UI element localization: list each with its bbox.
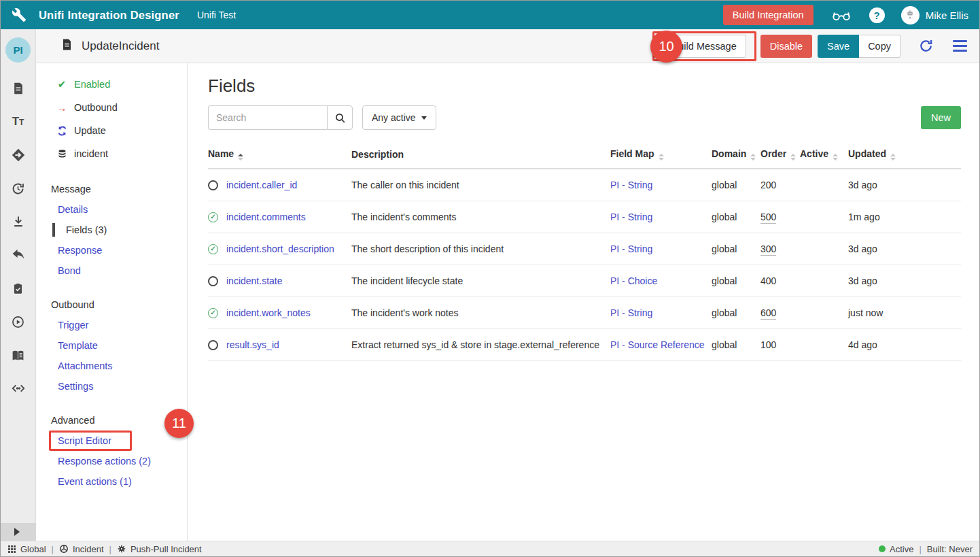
nav-item-event-actions[interactable]: Event actions (1) [36, 471, 187, 492]
field-map-link[interactable]: PI - String [610, 243, 652, 254]
field-map-link[interactable]: PI - Source Reference [610, 339, 705, 350]
copy-button[interactable]: Copy [859, 35, 900, 58]
table-row: incident.caller_id The caller on this in… [208, 169, 961, 201]
build-integration-button[interactable]: Build Integration [723, 5, 813, 25]
nav-item-settings[interactable]: Settings [36, 376, 187, 396]
sort-icon [238, 154, 243, 161]
new-field-button[interactable]: New [921, 106, 961, 129]
document-icon[interactable] [10, 80, 27, 97]
column-header-name[interactable]: Name [208, 148, 351, 161]
column-header-field-map[interactable]: Field Map [610, 148, 712, 161]
built-status-label: Built: Never [927, 544, 973, 554]
column-header-updated[interactable]: Updated [848, 148, 961, 161]
field-updated: 1m ago [848, 212, 961, 222]
row-status-icon [208, 340, 218, 350]
user-menu[interactable]: Mike Ellis [901, 6, 968, 24]
row-status-icon [208, 276, 218, 286]
database-icon [55, 149, 69, 159]
nav-item-response[interactable]: Response [36, 240, 187, 260]
column-header-domain[interactable]: Domain [712, 148, 760, 161]
field-name-link[interactable]: incident.short_description [226, 243, 334, 254]
field-description: The incident's work notes [351, 307, 610, 318]
field-order[interactable]: 300 [760, 243, 776, 256]
row-status-icon [208, 180, 218, 190]
field-domain: global [712, 275, 760, 286]
page-title: UpdateIncident [82, 39, 159, 53]
field-map-link[interactable]: PI - Choice [610, 275, 657, 286]
table-row: ✓ incident.short_description The short d… [208, 233, 961, 265]
download-icon[interactable] [10, 214, 27, 230]
app-window: Unifi Integration Designer Unifi Test Bu… [0, 0, 980, 557]
disable-button[interactable]: Disable [760, 35, 812, 58]
field-order[interactable]: 200 [760, 180, 776, 190]
field-name-link[interactable]: incident.comments [226, 212, 306, 222]
sidebar-collapse-button[interactable] [1, 523, 36, 541]
menu-icon[interactable] [953, 40, 967, 52]
table-header: Name Description Field Map Domain Order … [208, 141, 961, 169]
statusbar-process[interactable]: Push-Pull Incident [117, 544, 202, 554]
field-map-link[interactable]: PI - String [610, 180, 652, 190]
field-updated: 3d ago [848, 275, 961, 286]
nav-item-attachments[interactable]: Attachments [36, 356, 187, 376]
field-name-link[interactable]: incident.state [226, 275, 283, 286]
sort-icon [790, 154, 796, 161]
save-button[interactable]: Save [818, 35, 859, 58]
code-icon[interactable] [10, 380, 27, 396]
field-map-link[interactable]: PI - String [610, 212, 652, 222]
status-bar: Global | Incident | Push-Pull Incident A… [1, 541, 979, 556]
field-map-link[interactable]: PI - String [610, 307, 652, 318]
help-icon[interactable]: ? [869, 7, 885, 23]
search-input[interactable] [208, 105, 327, 130]
column-header-active[interactable]: Active [800, 148, 848, 161]
row-status-icon: ✓ [208, 212, 218, 222]
field-name-link[interactable]: incident.caller_id [226, 180, 297, 190]
field-order[interactable]: 500 [760, 212, 776, 224]
statusbar-global[interactable]: Global [7, 544, 46, 554]
field-order[interactable]: 100 [760, 339, 776, 350]
app-subtitle: Unifi Test [197, 10, 236, 20]
check-icon: ✔ [55, 78, 69, 90]
nav-item-bond[interactable]: Bond [36, 260, 187, 281]
field-description: The short description of this incident [351, 243, 610, 254]
field-updated: just now [848, 307, 961, 318]
column-header-order[interactable]: Order [760, 148, 800, 161]
nav-item-trigger[interactable]: Trigger [36, 315, 187, 335]
book-icon[interactable] [10, 347, 27, 363]
incident-circle-icon [59, 544, 69, 554]
nav-item-template[interactable]: Template [36, 335, 187, 356]
nav-item-fields[interactable]: Fields (3) [36, 220, 187, 240]
table-row: incident.state The incident lifecycle st… [208, 265, 961, 297]
field-name-link[interactable]: result.sys_id [226, 339, 279, 350]
integration-avatar[interactable]: PI [5, 37, 31, 63]
refresh-icon[interactable] [918, 38, 934, 54]
field-order[interactable]: 600 [760, 307, 776, 320]
field-description: Extract returned sys_id & store in stage… [351, 339, 610, 350]
search-button[interactable] [327, 105, 353, 130]
top-bar: Unifi Integration Designer Unifi Test Bu… [1, 1, 979, 29]
field-updated: 3d ago [848, 243, 961, 254]
arrow-right-icon: → [55, 102, 69, 114]
field-domain: global [712, 180, 760, 190]
text-format-icon[interactable]: TT [10, 114, 27, 130]
nav-section-message: Message [36, 179, 187, 199]
play-circle-icon[interactable] [10, 314, 27, 330]
send-diamond-icon[interactable] [10, 147, 27, 163]
column-header-description[interactable]: Description [351, 149, 610, 160]
preview-glasses-icon[interactable] [831, 8, 852, 22]
task-check-icon[interactable] [10, 280, 27, 297]
history-icon[interactable] [10, 180, 27, 197]
field-order[interactable]: 400 [760, 275, 776, 286]
active-filter-dropdown[interactable]: Any active [362, 105, 436, 130]
user-name: Mike Ellis [926, 10, 968, 21]
field-name-link[interactable]: incident.work_notes [226, 307, 311, 318]
reply-icon[interactable] [10, 247, 27, 263]
row-status-icon: ✓ [208, 308, 218, 318]
nav-item-response-actions[interactable]: Response actions (2) [36, 451, 187, 471]
icon-rail: PI TT [1, 29, 36, 541]
statusbar-incident[interactable]: Incident [59, 544, 104, 554]
nav-item-script-editor[interactable]: Script Editor [36, 431, 187, 451]
grid-icon [7, 545, 16, 554]
user-avatar [901, 6, 920, 24]
nav-item-details[interactable]: Details [36, 199, 187, 220]
message-header: UpdateIncident Build Message Disable Sav… [36, 29, 979, 63]
